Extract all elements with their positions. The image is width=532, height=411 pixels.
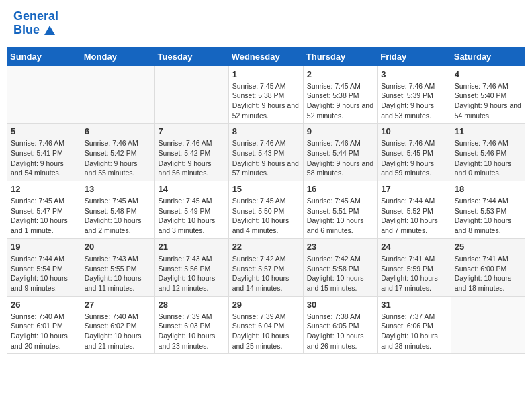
- calendar-cell: 17Sunrise: 7:44 AM Sunset: 5:52 PM Dayli…: [378, 181, 451, 239]
- calendar-cell: 5Sunrise: 7:46 AM Sunset: 5:41 PM Daylig…: [7, 124, 81, 181]
- page-header: General Blue: [7, 7, 525, 40]
- day-number: 6: [85, 126, 151, 136]
- day-header-saturday: Saturday: [451, 47, 525, 66]
- calendar-cell: 29Sunrise: 7:39 AM Sunset: 6:04 PM Dayli…: [228, 296, 303, 354]
- day-header-friday: Friday: [378, 47, 451, 66]
- calendar-cell: 6Sunrise: 7:46 AM Sunset: 5:42 PM Daylig…: [81, 124, 154, 181]
- week-row-5: 26Sunrise: 7:40 AM Sunset: 6:01 PM Dayli…: [7, 296, 525, 354]
- day-number: 18: [455, 184, 521, 194]
- day-number: 2: [307, 69, 373, 79]
- day-info: Sunrise: 7:45 AM Sunset: 5:51 PM Dayligh…: [307, 196, 373, 236]
- day-header-row: SundayMondayTuesdayWednesdayThursdayFrid…: [7, 47, 525, 66]
- calendar-cell: 24Sunrise: 7:41 AM Sunset: 5:59 PM Dayli…: [378, 238, 451, 296]
- calendar-cell: 27Sunrise: 7:40 AM Sunset: 6:02 PM Dayli…: [81, 296, 154, 354]
- day-info: Sunrise: 7:45 AM Sunset: 5:38 PM Dayligh…: [307, 81, 373, 121]
- calendar-cell: [154, 66, 228, 124]
- day-info: Sunrise: 7:43 AM Sunset: 5:56 PM Dayligh…: [159, 254, 225, 293]
- day-info: Sunrise: 7:44 AM Sunset: 5:52 PM Dayligh…: [381, 196, 447, 236]
- day-number: 27: [85, 300, 151, 310]
- day-info: Sunrise: 7:46 AM Sunset: 5:45 PM Dayligh…: [381, 138, 447, 178]
- day-info: Sunrise: 7:46 AM Sunset: 5:39 PM Dayligh…: [381, 81, 447, 121]
- calendar-cell: 18Sunrise: 7:44 AM Sunset: 5:53 PM Dayli…: [451, 181, 525, 239]
- calendar-table: SundayMondayTuesdayWednesdayThursdayFrid…: [7, 47, 525, 355]
- calendar-cell: 31Sunrise: 7:37 AM Sunset: 6:06 PM Dayli…: [378, 296, 451, 354]
- day-info: Sunrise: 7:39 AM Sunset: 6:03 PM Dayligh…: [159, 312, 225, 351]
- day-header-thursday: Thursday: [303, 47, 377, 66]
- week-row-3: 12Sunrise: 7:45 AM Sunset: 5:47 PM Dayli…: [7, 181, 525, 239]
- day-number: 23: [307, 242, 373, 252]
- logo-line2: Blue: [13, 24, 58, 37]
- day-header-monday: Monday: [81, 47, 154, 66]
- day-info: Sunrise: 7:45 AM Sunset: 5:49 PM Dayligh…: [159, 196, 225, 236]
- calendar-cell: 28Sunrise: 7:39 AM Sunset: 6:03 PM Dayli…: [154, 296, 228, 354]
- day-number: 31: [381, 300, 447, 310]
- day-info: Sunrise: 7:46 AM Sunset: 5:46 PM Dayligh…: [455, 138, 521, 178]
- day-number: 22: [232, 242, 300, 252]
- day-number: 9: [307, 126, 373, 136]
- calendar-cell: 10Sunrise: 7:46 AM Sunset: 5:45 PM Dayli…: [378, 124, 451, 181]
- day-info: Sunrise: 7:39 AM Sunset: 6:04 PM Dayligh…: [232, 312, 300, 351]
- logo-line1: General: [13, 10, 58, 24]
- day-info: Sunrise: 7:46 AM Sunset: 5:43 PM Dayligh…: [232, 138, 300, 178]
- day-info: Sunrise: 7:40 AM Sunset: 6:01 PM Dayligh…: [11, 312, 77, 351]
- calendar-cell: 30Sunrise: 7:38 AM Sunset: 6:05 PM Dayli…: [303, 296, 377, 354]
- day-number: 21: [159, 242, 225, 252]
- calendar-cell: 14Sunrise: 7:45 AM Sunset: 5:49 PM Dayli…: [154, 181, 228, 239]
- week-row-2: 5Sunrise: 7:46 AM Sunset: 5:41 PM Daylig…: [7, 124, 525, 181]
- day-number: 7: [159, 126, 225, 136]
- calendar-cell: 8Sunrise: 7:46 AM Sunset: 5:43 PM Daylig…: [228, 124, 303, 181]
- day-info: Sunrise: 7:44 AM Sunset: 5:54 PM Dayligh…: [11, 254, 77, 293]
- day-number: 15: [232, 184, 300, 194]
- day-number: 16: [307, 184, 373, 194]
- day-number: 8: [232, 126, 300, 136]
- day-info: Sunrise: 7:43 AM Sunset: 5:55 PM Dayligh…: [85, 254, 151, 293]
- day-info: Sunrise: 7:45 AM Sunset: 5:38 PM Dayligh…: [232, 81, 300, 121]
- calendar-cell: 9Sunrise: 7:46 AM Sunset: 5:44 PM Daylig…: [303, 124, 377, 181]
- calendar-cell: 15Sunrise: 7:45 AM Sunset: 5:50 PM Dayli…: [228, 181, 303, 239]
- calendar-cell: 3Sunrise: 7:46 AM Sunset: 5:39 PM Daylig…: [378, 66, 451, 124]
- logo: General Blue: [13, 10, 58, 37]
- calendar-cell: 11Sunrise: 7:46 AM Sunset: 5:46 PM Dayli…: [451, 124, 525, 181]
- day-info: Sunrise: 7:46 AM Sunset: 5:40 PM Dayligh…: [455, 81, 521, 121]
- week-row-4: 19Sunrise: 7:44 AM Sunset: 5:54 PM Dayli…: [7, 238, 525, 296]
- day-number: 13: [85, 184, 151, 194]
- day-number: 19: [11, 242, 77, 252]
- week-row-1: 1Sunrise: 7:45 AM Sunset: 5:38 PM Daylig…: [7, 66, 525, 124]
- calendar-cell: [81, 66, 154, 124]
- day-number: 1: [232, 69, 300, 79]
- day-number: 25: [455, 242, 521, 252]
- calendar-cell: 20Sunrise: 7:43 AM Sunset: 5:55 PM Dayli…: [81, 238, 154, 296]
- day-info: Sunrise: 7:45 AM Sunset: 5:48 PM Dayligh…: [85, 196, 151, 236]
- calendar-cell: 25Sunrise: 7:41 AM Sunset: 6:00 PM Dayli…: [451, 238, 525, 296]
- day-header-sunday: Sunday: [7, 47, 81, 66]
- day-info: Sunrise: 7:45 AM Sunset: 5:50 PM Dayligh…: [232, 196, 300, 236]
- day-info: Sunrise: 7:40 AM Sunset: 6:02 PM Dayligh…: [85, 312, 151, 351]
- calendar-cell: 23Sunrise: 7:42 AM Sunset: 5:58 PM Dayli…: [303, 238, 377, 296]
- calendar-cell: 21Sunrise: 7:43 AM Sunset: 5:56 PM Dayli…: [154, 238, 228, 296]
- day-info: Sunrise: 7:46 AM Sunset: 5:44 PM Dayligh…: [307, 138, 373, 178]
- day-info: Sunrise: 7:44 AM Sunset: 5:53 PM Dayligh…: [455, 196, 521, 236]
- calendar-cell: 22Sunrise: 7:42 AM Sunset: 5:57 PM Dayli…: [228, 238, 303, 296]
- calendar-cell: 4Sunrise: 7:46 AM Sunset: 5:40 PM Daylig…: [451, 66, 525, 124]
- day-number: 5: [11, 126, 77, 136]
- calendar-cell: 12Sunrise: 7:45 AM Sunset: 5:47 PM Dayli…: [7, 181, 81, 239]
- calendar-cell: 16Sunrise: 7:45 AM Sunset: 5:51 PM Dayli…: [303, 181, 377, 239]
- day-header-tuesday: Tuesday: [154, 47, 228, 66]
- day-number: 30: [307, 300, 373, 310]
- day-info: Sunrise: 7:45 AM Sunset: 5:47 PM Dayligh…: [11, 196, 77, 236]
- calendar-cell: 13Sunrise: 7:45 AM Sunset: 5:48 PM Dayli…: [81, 181, 154, 239]
- day-number: 12: [11, 184, 77, 194]
- calendar-cell: 7Sunrise: 7:46 AM Sunset: 5:42 PM Daylig…: [154, 124, 228, 181]
- day-header-wednesday: Wednesday: [228, 47, 303, 66]
- calendar-cell: 19Sunrise: 7:44 AM Sunset: 5:54 PM Dayli…: [7, 238, 81, 296]
- day-info: Sunrise: 7:38 AM Sunset: 6:05 PM Dayligh…: [307, 312, 373, 351]
- day-info: Sunrise: 7:46 AM Sunset: 5:42 PM Dayligh…: [85, 138, 151, 178]
- day-info: Sunrise: 7:42 AM Sunset: 5:58 PM Dayligh…: [307, 254, 373, 293]
- day-info: Sunrise: 7:46 AM Sunset: 5:42 PM Dayligh…: [159, 138, 225, 178]
- calendar-cell: 1Sunrise: 7:45 AM Sunset: 5:38 PM Daylig…: [228, 66, 303, 124]
- day-info: Sunrise: 7:46 AM Sunset: 5:41 PM Dayligh…: [11, 138, 77, 178]
- day-number: 11: [455, 126, 521, 136]
- day-number: 20: [85, 242, 151, 252]
- day-number: 24: [381, 242, 447, 252]
- day-number: 29: [232, 300, 300, 310]
